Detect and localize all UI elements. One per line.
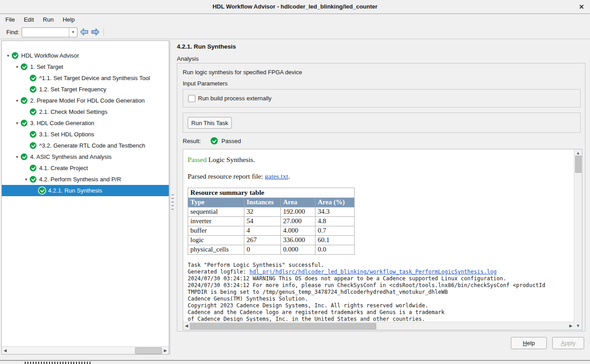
tree-item-label: 1. Set Target — [29, 63, 63, 70]
tree-item-label: ^1.1. Set Target Device and Synthesis To… — [38, 75, 150, 81]
passed-check-icon — [30, 176, 36, 183]
tree-item-label: 4. ASIC Synthesis and Analysis — [29, 153, 112, 160]
run-task-box: Run This Task — [183, 112, 581, 133]
tree-item[interactable]: ▾HDL Workflow Advisor — [2, 50, 169, 61]
log-hscroll-thumb[interactable] — [190, 323, 376, 329]
clipped-window-fragment — [25, 362, 92, 364]
tree-item[interactable]: ▾1. Set Target — [2, 61, 169, 72]
tree-item[interactable]: 4.2.1. Run Synthesis — [2, 185, 169, 196]
log-line-prefix: Generated logfile: — [188, 269, 249, 275]
tree-item[interactable]: ▾4. ASIC Synthesis and Analysis — [2, 151, 169, 162]
run-externally-checkbox[interactable] — [188, 95, 195, 102]
hdl-workflow-advisor-window: HDL Workflow Advisor - hdlcoder_led_blin… — [0, 0, 590, 364]
find-previous-icon[interactable] — [79, 27, 89, 37]
scroll-right-icon[interactable]: ▶ — [569, 323, 572, 328]
menu-item-help[interactable]: Help — [58, 14, 79, 23]
tree-item[interactable]: ▾3. HDL Code Generation — [2, 117, 169, 129]
log-horizontal-scrollbar[interactable]: ◀ ▶ — [183, 322, 574, 330]
table-cell: 32 — [244, 207, 281, 217]
run-this-task-button[interactable]: Run This Task — [188, 117, 232, 129]
table-cell: 0.000 — [281, 245, 315, 255]
scroll-up-icon[interactable]: ▲ — [576, 150, 580, 156]
tree-item[interactable]: ^3.2. Generate RTL Code and Testbench — [2, 140, 169, 151]
find-input[interactable] — [23, 28, 69, 36]
passed-check-icon — [21, 63, 27, 70]
tree-expander-icon[interactable]: ▾ — [5, 53, 11, 58]
tree-item[interactable]: 1.2. Set Target Frequency — [2, 84, 169, 95]
scroll-left-icon[interactable]: ◀ — [4, 348, 7, 353]
tree-item-label: 4.2.1. Run Synthesis — [47, 187, 102, 194]
resource-summary-table: Resource summary tableTypeInstancesAreaA… — [188, 188, 355, 255]
report-prefix: Parsed resource report file: — [188, 172, 265, 180]
passed-check-icon — [21, 97, 27, 104]
close-icon[interactable]: ✕ — [577, 3, 585, 11]
help-button[interactable]: Help — [511, 337, 547, 349]
scroll-down-icon[interactable]: ▼ — [576, 323, 580, 328]
log-line: 2024/07/30 03:24:12 WARNING This OS does… — [188, 275, 574, 282]
find-combobox[interactable]: ▼ — [22, 27, 77, 37]
tree-expander-icon[interactable]: ▾ — [14, 98, 20, 103]
analysis-group-box: Run logic synthesis for specified FPGA d… — [177, 63, 585, 332]
table-row: physical_cells00.0000.0 — [188, 245, 355, 255]
table-caption: Resource summary table — [188, 188, 355, 198]
passed-check-icon — [30, 131, 36, 138]
table-row: inverter5427.0004.8 — [188, 217, 355, 226]
window-title: HDL Workflow Advisor - hdlcoder_led_blin… — [0, 3, 590, 10]
tree-horizontal-scrollbar[interactable]: ◀ ▶ — [2, 346, 169, 354]
apply-button[interactable]: Apply — [552, 337, 584, 349]
report-line: Parsed resource report file: gates.txt. — [188, 172, 574, 180]
result-label: Result: — [183, 138, 201, 144]
tree-expander-icon[interactable]: ▾ — [14, 154, 20, 159]
table-cell: physical_cells — [188, 245, 244, 255]
title-bar: HDL Workflow Advisor - hdlcoder_led_blin… — [0, 0, 590, 14]
table-row: buffer44.0000.7 — [188, 226, 355, 236]
find-next-icon[interactable] — [90, 27, 100, 37]
scroll-left-icon[interactable]: ◀ — [185, 323, 188, 328]
analysis-label: Analysis — [177, 55, 198, 62]
tree-item[interactable]: 2.1. Check Model Settings — [2, 106, 169, 117]
tree-expander-icon[interactable]: ▾ — [14, 64, 20, 69]
tree-item[interactable]: ▾2. Prepare Model For HDL Code Generatio… — [2, 95, 169, 106]
menu-item-run[interactable]: Run — [38, 14, 58, 23]
logfile-link[interactable]: hdl_prj/hdlsrc/hdlcoder_led_blinking/wor… — [249, 269, 496, 275]
tree-item[interactable]: 4.1. Create Project — [2, 162, 169, 174]
tree-expander-icon[interactable]: ▾ — [23, 177, 29, 182]
tree-item-label: 3. HDL Code Generation — [29, 120, 95, 126]
task-title: 4.2.1. Run Synthesis — [177, 43, 236, 50]
menu-item-edit[interactable]: Edit — [19, 14, 38, 23]
table-row: logic267336.00060.1 — [188, 236, 355, 245]
find-label: Find: — [6, 29, 19, 36]
table-cell: 4 — [244, 226, 281, 236]
tree-item[interactable]: ▾4.2. Perform Synthesis and P/R — [2, 174, 169, 185]
log-line: TMPDIR is being set to /tmp/genus_temp_3… — [188, 289, 574, 296]
splitter-grip-icon[interactable] — [171, 194, 174, 211]
gates-txt-link[interactable]: gates.txt — [265, 172, 288, 180]
task-description: Run logic synthesis for specified FPGA d… — [183, 69, 302, 76]
tree-item[interactable]: ^1.1. Set Target Device and Synthesis To… — [2, 72, 169, 84]
tree-item-label: 2. Prepare Model For HDL Code Generation — [29, 97, 145, 104]
tree-item[interactable]: 3.1. Set HDL Options — [2, 129, 169, 140]
log-line: of Cadence Design Systems, Inc. in the U… — [188, 316, 574, 322]
panel-splitter[interactable] — [170, 40, 170, 355]
tree-expander-icon[interactable]: ▾ — [14, 121, 20, 126]
passed-check-icon — [21, 120, 27, 126]
table-cell: 34.3 — [315, 207, 355, 217]
log-vertical-scrollbar[interactable]: ▲ ▼ — [574, 149, 582, 330]
passed-check-icon — [30, 75, 36, 81]
log-line: 2024/07/30 03:24:12 For more info, pleas… — [188, 282, 574, 289]
passed-check-icon — [39, 187, 45, 194]
find-toolbar: Find: ▼ — [0, 26, 590, 39]
passed-line: Passed Logic Synthesis. — [188, 156, 574, 164]
scroll-right-icon[interactable]: ▶ — [164, 348, 167, 353]
workflow-tree-panel: ▾HDL Workflow Advisor▾1. Set Target^1.1.… — [1, 40, 169, 355]
table-cell: 192.000 — [281, 207, 315, 217]
combo-dropdown-icon[interactable]: ▼ — [69, 28, 77, 37]
log-content: Passed Logic Synthesis. Parsed resource … — [183, 149, 574, 322]
menu-item-file[interactable]: File — [1, 14, 19, 23]
table-cell: 54 — [244, 217, 281, 226]
tree-hscroll-thumb[interactable] — [135, 347, 162, 354]
passed-check-icon — [12, 52, 18, 59]
result-passed-check-icon — [211, 137, 218, 144]
log-vscroll-thumb[interactable] — [575, 156, 581, 173]
table-cell: 4.8 — [315, 217, 355, 226]
